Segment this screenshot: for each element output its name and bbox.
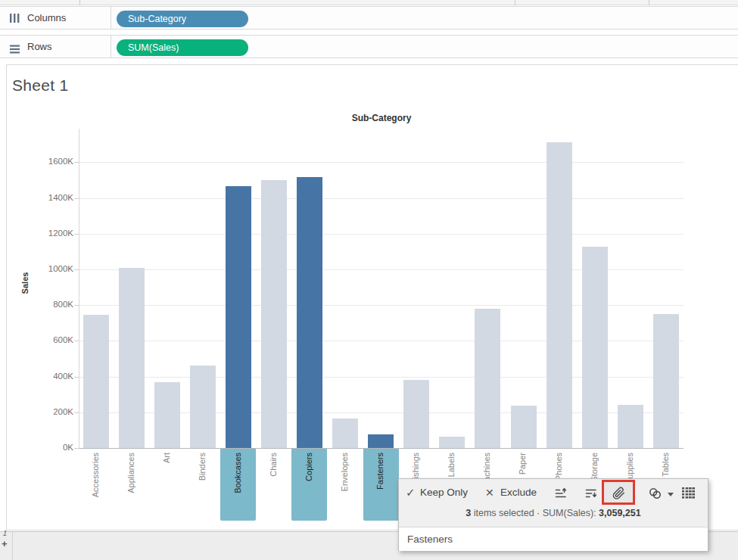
bar-art[interactable] — [154, 382, 180, 448]
bar-labels[interactable] — [439, 437, 465, 448]
x-label-art[interactable]: Art — [162, 453, 172, 521]
x-label-binders[interactable]: Binders — [198, 453, 207, 521]
selected-sum-value: 3,059,251 — [599, 508, 641, 518]
bar-machines[interactable] — [475, 309, 500, 448]
bar-chairs[interactable] — [261, 180, 287, 448]
gridline-1600K — [79, 162, 684, 163]
mark-tooltip: ✓ Keep Only ✕ Exclude 3 items selected ·… — [398, 478, 708, 551]
exclude-button[interactable]: Exclude — [500, 487, 537, 498]
y-tick-label: 1400K — [29, 193, 73, 202]
tooltip-body: Fasteners — [399, 527, 708, 551]
paperclip-icon — [612, 487, 625, 500]
check-icon: ✓ — [406, 486, 416, 499]
x-label-envelopes[interactable]: Envelopes — [340, 453, 350, 521]
bar-phones[interactable] — [546, 142, 572, 448]
y-tick-label: 200K — [29, 407, 73, 416]
x-label-bookcases[interactable]: Bookcases — [233, 453, 243, 521]
y-tick-label: 1000K — [29, 264, 73, 273]
close-icon: ✕ — [485, 487, 494, 499]
plus-icon: + — [2, 538, 8, 549]
new-sheet-cell[interactable]: 1 + — [0, 532, 13, 560]
chevron-down-icon[interactable] — [668, 493, 674, 496]
view-data-grid-icon[interactable] — [682, 487, 694, 499]
selection-summary: 3 items selected · SUM(Sales): 3,059,251 — [399, 508, 708, 518]
bar-bookcases[interactable] — [226, 186, 251, 448]
group-members-button-highlighted[interactable] — [602, 480, 635, 505]
y-axis-line — [79, 129, 79, 448]
x-label-copiers[interactable]: Copiers — [304, 453, 314, 521]
x-label-appliances[interactable]: Appliances — [126, 453, 136, 521]
bar-supplies[interactable] — [618, 405, 643, 448]
bar-accessories[interactable] — [83, 315, 109, 448]
bar-fasteners[interactable] — [368, 434, 394, 448]
bar-chart: 0K200K400K600K800K1000K1200K1400K1600KAc… — [0, 0, 738, 560]
bar-storage[interactable] — [582, 247, 608, 448]
bar-envelopes[interactable] — [332, 418, 358, 448]
y-tick-label: 1200K — [29, 229, 73, 238]
bar-appliances[interactable] — [119, 268, 145, 448]
tooltip-category-value: Fasteners — [407, 534, 453, 545]
tableau-worksheet-screen: Columns Sub-Category Rows SUM(Sales) She… — [0, 0, 738, 560]
y-tick-label: 1600K — [29, 157, 73, 166]
sort-descending-icon[interactable] — [585, 487, 597, 499]
y-tick-label: 800K — [29, 300, 73, 309]
y-tickmark — [74, 448, 79, 449]
create-set-icon[interactable] — [649, 487, 661, 499]
y-tick-label: 600K — [29, 335, 73, 344]
keep-only-button[interactable]: Keep Only — [420, 487, 468, 498]
bar-tables[interactable] — [653, 314, 679, 448]
gridline-1200K — [79, 234, 684, 235]
sort-ascending-icon[interactable] — [555, 487, 567, 499]
x-label-accessories[interactable]: Accessories — [91, 453, 101, 521]
bar-copiers[interactable] — [297, 177, 322, 448]
x-label-fasteners[interactable]: Fasteners — [375, 453, 385, 521]
bar-furnishings[interactable] — [403, 380, 429, 448]
y-tick-label: 400K — [29, 372, 73, 381]
y-tick-label: 0K — [29, 443, 73, 452]
bar-paper[interactable] — [511, 406, 537, 448]
bar-binders[interactable] — [190, 366, 216, 448]
gridline-1400K — [79, 198, 684, 199]
cropped-cursor-badge: 1 — [2, 529, 8, 538]
x-label-chairs[interactable]: Chairs — [269, 453, 279, 521]
